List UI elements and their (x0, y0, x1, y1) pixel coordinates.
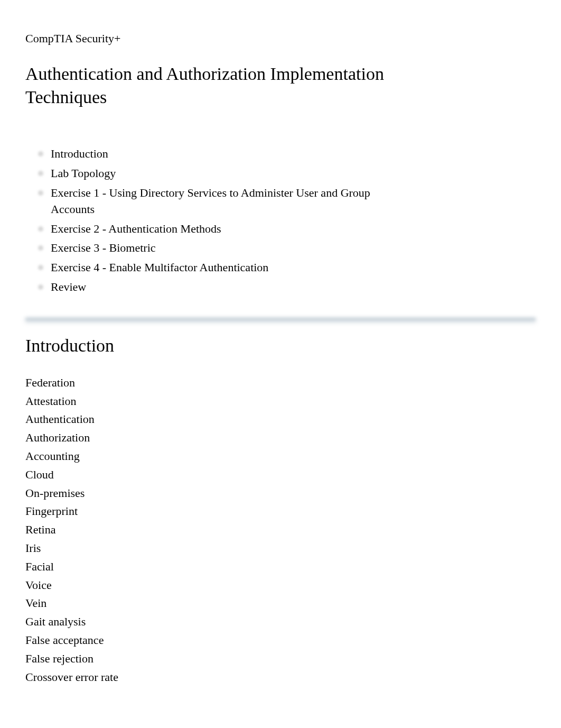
terms-list: Federation Attestation Authentication Au… (25, 375, 536, 686)
toc-item[interactable]: Exercise 2 - Authentication Methods (38, 221, 536, 237)
term-item: Vein (25, 595, 536, 612)
term-item: Federation (25, 375, 536, 391)
bullet-icon (38, 171, 43, 176)
term-item: Accounting (25, 448, 536, 465)
toc-item-label: Exercise 3 - Biometric (51, 240, 156, 256)
main-title: Authentication and Authorization Impleme… (25, 62, 395, 109)
toc-item[interactable]: Exercise 4 - Enable Multifactor Authenti… (38, 260, 536, 276)
course-title: CompTIA Security+ (25, 32, 536, 45)
toc-item-label: Review (51, 279, 86, 296)
bullet-icon (38, 245, 43, 251)
bullet-icon (38, 226, 43, 232)
term-item: False acceptance (25, 632, 536, 649)
term-item: Authorization (25, 430, 536, 446)
term-item: Facial (25, 559, 536, 575)
toc-item[interactable]: Introduction (38, 146, 536, 162)
bullet-icon (38, 265, 43, 270)
toc-item-label: Lab Topology (51, 165, 116, 182)
toc-item-label: Exercise 2 - Authentication Methods (51, 221, 221, 237)
toc-item[interactable]: Exercise 1 - Using Directory Services to… (38, 185, 536, 218)
bullet-icon (38, 190, 43, 196)
term-item: Retina (25, 522, 536, 538)
term-item: False rejection (25, 651, 536, 667)
term-item: Gait analysis (25, 614, 536, 630)
toc-item-label: Introduction (51, 146, 108, 162)
term-item: On-premises (25, 485, 536, 502)
toc-item[interactable]: Lab Topology (38, 165, 536, 182)
section-divider (25, 318, 536, 321)
toc-item-label: Exercise 1 - Using Directory Services to… (51, 185, 378, 218)
term-item: Attestation (25, 393, 536, 410)
bullet-icon (38, 284, 43, 290)
term-item: Iris (25, 540, 536, 557)
term-item: Voice (25, 577, 536, 594)
term-item: Fingerprint (25, 503, 536, 520)
toc-item[interactable]: Exercise 3 - Biometric (38, 240, 536, 256)
term-item: Crossover error rate (25, 669, 536, 686)
term-item: Authentication (25, 411, 536, 428)
toc-item-label: Exercise 4 - Enable Multifactor Authenti… (51, 260, 268, 276)
term-item: Cloud (25, 467, 536, 483)
divider-wrapper (25, 318, 536, 321)
section-title: Introduction (25, 336, 536, 356)
toc-item[interactable]: Review (38, 279, 536, 296)
toc-list: Introduction Lab Topology Exercise 1 - U… (25, 146, 536, 295)
bullet-icon (38, 151, 43, 156)
